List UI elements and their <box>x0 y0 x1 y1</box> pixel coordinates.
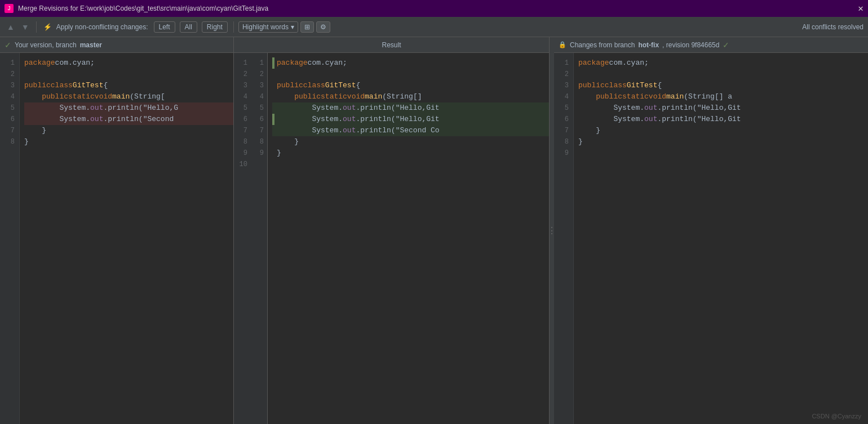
list-item: } <box>272 148 549 159</box>
middle-panel: Result 1 2 3 4 5 6 7 8 9 10 1 2 3 4 <box>234 37 550 424</box>
left-branch-name: master <box>80 41 102 49</box>
prev-conflict-button[interactable]: ▲ <box>5 21 17 33</box>
list-item: System.out.println("Second Co <box>272 125 549 136</box>
list-item: } <box>24 136 233 148</box>
left-panel: ✓ Your version, branch master 1 2 3 4 5 … <box>0 37 234 424</box>
change-marker <box>272 57 274 69</box>
list-item <box>578 69 868 80</box>
diff-view-button[interactable]: ⊞ <box>300 21 314 33</box>
list-item: public class GitTest { <box>578 80 868 91</box>
toolbar: ▲ ▼ ⚡ Apply non-conflicting changes: Lef… <box>0 17 868 37</box>
list-item: public static void main(String[] a <box>578 91 868 102</box>
settings-button[interactable]: ⚙ <box>316 21 330 33</box>
result-code-content: package com.cyan; public class GitTest {… <box>268 53 549 424</box>
window-title: Merge Revisions for E:\work\job\Codes\gi… <box>18 5 863 12</box>
left-panel-header: ✓ Your version, branch master <box>0 37 233 53</box>
middle-left-line-numbers: 1 2 3 4 5 6 7 8 9 10 <box>234 53 251 424</box>
result-label: Result <box>382 41 401 49</box>
list-item: package com.cyan; <box>24 57 233 69</box>
list-item: System.out.println("Hello,G <box>24 102 233 114</box>
right-code-area: 1 2 3 4 5 6 7 8 9 package com.cyan; publ… <box>554 53 868 424</box>
highlight-dropdown[interactable]: Highlight words ▾ <box>238 21 298 33</box>
list-item <box>24 69 233 80</box>
change-marker-2 <box>272 114 274 125</box>
middle-right-line-numbers: 1 2 3 4 5 6 7 8 9 <box>251 53 268 424</box>
watermark: CSDN @Cyanzzy <box>812 413 861 419</box>
right-code-content: package com.cyan; public class GitTest {… <box>574 53 868 424</box>
apply-all-button[interactable]: All <box>180 21 197 33</box>
left-check-icon: ✓ <box>5 41 11 50</box>
list-item <box>272 69 549 80</box>
content-area: ✓ Your version, branch master 1 2 3 4 5 … <box>0 37 868 424</box>
right-panel: 🔒 Changes from branch hot-fix , revision… <box>554 37 868 424</box>
list-item: package com.cyan; <box>272 57 549 69</box>
list-item: } <box>578 136 868 148</box>
apply-right-button[interactable]: Right <box>202 21 228 33</box>
right-panel-header: 🔒 Changes from branch hot-fix , revision… <box>554 37 868 53</box>
conflicts-status: All conflicts resolved <box>802 23 863 31</box>
list-item: package com.cyan; <box>578 57 868 69</box>
magic-button[interactable]: ⚡ <box>41 22 54 32</box>
list-item: System.out.println("Hello,Git <box>272 114 549 125</box>
right-header-label: Changes from branch <box>570 41 635 49</box>
lock-icon: 🔒 <box>559 41 566 48</box>
result-panel-header: Result <box>234 37 549 53</box>
toolbar-separator-2 <box>233 21 234 33</box>
middle-code-area: 1 2 3 4 5 6 7 8 9 10 1 2 3 4 5 6 7 8 <box>234 53 549 424</box>
list-item: System.out.println("Hello,Git <box>578 114 868 125</box>
next-conflict-button[interactable]: ▼ <box>19 21 32 33</box>
left-code-content: package com.cyan; public class GitTest {… <box>20 53 233 424</box>
list-item: public class GitTest { <box>272 80 549 91</box>
right-revision: , revision 9f84665d <box>662 41 719 49</box>
left-line-numbers: 1 2 3 4 5 6 7 8 <box>0 53 20 424</box>
list-item: public static void main(String[] <box>272 91 549 102</box>
right-check-icon: ✓ <box>723 41 729 50</box>
list-item: } <box>578 125 868 136</box>
middle-right-divider[interactable]: ⋮ <box>550 37 554 424</box>
list-item: System.out.println("Second <box>24 114 233 125</box>
title-bar: J Merge Revisions for E:\work\job\Codes\… <box>0 0 868 17</box>
apply-label: Apply non-conflicting changes: <box>56 23 148 31</box>
right-branch-name: hot-fix <box>638 41 659 49</box>
toolbar-separator-1 <box>36 21 37 33</box>
left-header-label: Your version, branch <box>15 41 77 49</box>
list-item: System.out.println("Hello,Git <box>578 102 868 114</box>
right-line-numbers: 1 2 3 4 5 6 7 8 9 <box>554 53 574 424</box>
list-item: public static void main(String[ <box>24 91 233 102</box>
list-item: } <box>272 136 549 148</box>
left-code-area: 1 2 3 4 5 6 7 8 package com.cyan; public… <box>0 53 233 424</box>
close-button[interactable]: ✕ <box>858 3 863 14</box>
list-item: public class GitTest { <box>24 80 233 91</box>
list-item: System.out.println("Hello,Git <box>272 102 549 114</box>
list-item: } <box>24 125 233 136</box>
app-icon: J <box>5 4 14 13</box>
apply-left-button[interactable]: Left <box>154 21 175 33</box>
